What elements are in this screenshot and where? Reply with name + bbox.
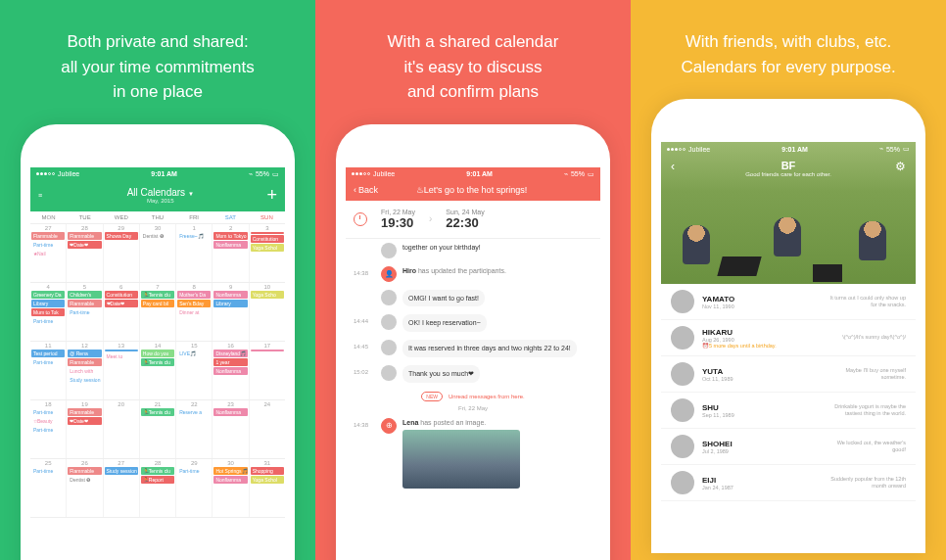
calendar-event[interactable]: Test period bbox=[31, 350, 65, 357]
calendar-event[interactable]: 🏃Report bbox=[141, 476, 174, 484]
calendar-day[interactable]: 9NonflammaLibrary bbox=[213, 283, 249, 341]
calendar-day[interactable]: 30Hot Springs🎵Nonflamma bbox=[213, 459, 249, 517]
calendar-event[interactable]: ★Nail bbox=[31, 250, 65, 257]
calendar-event[interactable]: Flammable bbox=[68, 358, 101, 366]
calendar-day[interactable]: 3ConstitutionYoga Schol bbox=[250, 224, 285, 282]
gear-icon[interactable]: ⚙ bbox=[895, 160, 906, 173]
calendar-event[interactable]: Pay card bil bbox=[141, 300, 174, 307]
calendar-event[interactable]: Mum to Tokyo bbox=[213, 232, 247, 240]
calendar-day[interactable]: 5Children'sFlammablePart-time bbox=[67, 283, 103, 341]
calendar-day[interactable]: 10Yoga Scho bbox=[250, 283, 285, 341]
calendar-day[interactable]: 18Part-time☆BeautyPart-time bbox=[30, 400, 67, 458]
calendar-event[interactable]: Greenery Da bbox=[31, 291, 65, 299]
calendar-day[interactable]: 29Part-time bbox=[176, 459, 213, 517]
calendar-grid[interactable]: 27FlammablePart-time★Nail28Flammable❤Dat… bbox=[30, 224, 285, 518]
calendar-event[interactable]: Flammable bbox=[31, 232, 65, 240]
calendar-day[interactable]: 20 bbox=[104, 400, 140, 458]
calendar-day[interactable]: 21🏃Tennis clu bbox=[140, 400, 176, 458]
calendar-day[interactable]: 29Showa Day bbox=[104, 224, 140, 282]
back-icon[interactable]: ‹ bbox=[671, 160, 675, 173]
calendar-event[interactable]: ❤Date❤ bbox=[105, 300, 138, 307]
calendar-day[interactable]: 16Disneyland🎵1 yearNonflamma bbox=[213, 342, 249, 399]
friend-item[interactable]: YAMATONov 11, 1990It turns out I could o… bbox=[661, 284, 916, 320]
calendar-event[interactable]: Lunch with bbox=[68, 367, 101, 375]
calendar-event[interactable]: Hot Springs🎵 bbox=[213, 467, 247, 475]
back-button[interactable]: ‹Back bbox=[354, 185, 378, 195]
calendar-day[interactable]: 12@ RenaFlammableLunch withStudy session bbox=[67, 342, 103, 399]
event-summary[interactable]: Fri, 22 May 19:30 › Sun, 24 May 22:30 bbox=[346, 201, 600, 239]
calendar-event[interactable]: Yoga Schol bbox=[251, 244, 284, 252]
calendar-event[interactable]: Dentist ❺ bbox=[68, 476, 101, 484]
calendar-day[interactable]: 1Freese~🎵 bbox=[176, 224, 213, 282]
calendar-event[interactable]: Part-time bbox=[68, 308, 101, 316]
calendar-event[interactable]: Dentist ❺ bbox=[141, 232, 174, 240]
calendar-day[interactable]: 28Flammable❤Date❤ bbox=[67, 224, 103, 282]
calendar-day[interactable]: 27Study session bbox=[104, 459, 140, 517]
calendar-event[interactable]: Reserve a bbox=[177, 408, 211, 416]
calendar-day[interactable]: 26FlammableDentist ❺ bbox=[67, 459, 103, 517]
calendar-event[interactable]: Nonflamma bbox=[213, 476, 247, 484]
calendar-event[interactable]: Mum to Tok bbox=[31, 308, 65, 316]
message-list[interactable]: together on your birthday! 14:38👤Hiro ha… bbox=[346, 239, 600, 493]
calendar-day[interactable]: 31ShoppingYoga Schol bbox=[250, 459, 285, 517]
calendar-event[interactable]: Children's bbox=[68, 291, 101, 299]
calendar-day[interactable]: 28🏃Tennis clu🏃Report bbox=[140, 459, 176, 517]
calendar-day[interactable]: 30Dentist ❺ bbox=[140, 224, 176, 282]
calendar-event[interactable]: Constitution bbox=[105, 291, 138, 299]
calendar-event[interactable]: Showa Day bbox=[105, 232, 138, 240]
calendar-day[interactable]: 22Reserve a bbox=[176, 400, 213, 458]
calendar-event[interactable]: ❤Date❤ bbox=[68, 417, 101, 425]
calendar-event[interactable]: Disneyland🎵 bbox=[213, 350, 247, 357]
friend-item[interactable]: HIKARUAug 26, 1990⏰5 more days until a b… bbox=[661, 320, 916, 356]
calendar-event[interactable]: 🏃Tennis clu bbox=[141, 358, 174, 366]
calendar-event[interactable]: Library bbox=[213, 300, 247, 307]
calendar-event[interactable]: Flammable bbox=[68, 232, 101, 240]
calendar-event[interactable]: Nonflamma bbox=[213, 291, 247, 299]
calendar-event[interactable]: Yoga Schol bbox=[251, 476, 284, 484]
calendar-day[interactable]: 17 bbox=[250, 342, 285, 399]
calendar-event[interactable]: Part-time bbox=[31, 408, 65, 416]
calendar-event[interactable]: 🏃Tennis clu bbox=[141, 291, 174, 299]
calendar-event[interactable]: How do you bbox=[141, 350, 174, 357]
calendar-event[interactable]: Flammable bbox=[68, 467, 101, 475]
calendar-event[interactable]: Part-time bbox=[31, 317, 65, 325]
calendar-event[interactable]: Part-time bbox=[31, 467, 65, 475]
calendar-event[interactable]: Freese~🎵 bbox=[177, 232, 211, 240]
calendar-event[interactable]: Dinner at bbox=[177, 308, 211, 316]
calendar-day[interactable]: 4Greenery DaLibraryMum to TokPart-time bbox=[30, 283, 67, 341]
calendar-event[interactable] bbox=[251, 232, 284, 234]
calendar-event[interactable]: Flammable bbox=[68, 300, 101, 307]
posted-image[interactable] bbox=[402, 430, 520, 489]
calendar-day[interactable]: 23Nonflamma bbox=[213, 400, 249, 458]
calendar-event[interactable]: Study session bbox=[105, 467, 138, 475]
calendar-day[interactable]: 11Test periodPart-time bbox=[30, 342, 67, 399]
calendar-event[interactable]: Sen's Bday bbox=[177, 300, 211, 307]
calendar-event[interactable]: Part-time bbox=[31, 358, 65, 366]
friend-item[interactable]: SHUSep 11, 1989Drinkable yogurt is maybe… bbox=[661, 393, 916, 429]
calendar-title[interactable]: All Calendars bbox=[127, 187, 185, 198]
calendar-event[interactable] bbox=[105, 350, 138, 351]
add-event-button[interactable]: + bbox=[266, 185, 277, 206]
menu-icon[interactable]: ≡ bbox=[38, 192, 54, 199]
calendar-day[interactable]: 6Constitution❤Date❤ bbox=[104, 283, 140, 341]
calendar-event[interactable]: Study session bbox=[68, 376, 101, 384]
calendar-event[interactable]: 1 year bbox=[213, 358, 247, 366]
calendar-event[interactable]: Shopping bbox=[251, 467, 284, 475]
calendar-event[interactable]: Part-time bbox=[31, 426, 65, 434]
calendar-day[interactable]: 8Mother's DaSen's BdayDinner at bbox=[176, 283, 213, 341]
friend-item[interactable]: SHOHEIJul 2, 1989We lucked out, the weat… bbox=[661, 429, 916, 465]
calendar-event[interactable] bbox=[251, 350, 284, 351]
friend-item[interactable]: YUTAOct 11, 1989Maybe I'll buy one mysel… bbox=[661, 356, 916, 393]
calendar-event[interactable]: Part-time bbox=[177, 467, 211, 475]
calendar-day[interactable]: 14How do you🏃Tennis clu bbox=[140, 342, 176, 399]
calendar-event[interactable]: LIVE🎵 bbox=[177, 350, 211, 357]
calendar-day[interactable]: 2Mum to TokyoNonflamma bbox=[213, 224, 249, 282]
calendar-event[interactable]: ❤Date❤ bbox=[68, 241, 101, 249]
calendar-event[interactable]: Yoga Scho bbox=[251, 291, 284, 299]
calendar-event[interactable]: Nonflamma bbox=[213, 367, 247, 375]
calendar-event[interactable]: 🏃Tennis clu bbox=[141, 408, 174, 416]
calendar-event[interactable]: Mother's Da bbox=[177, 291, 211, 299]
calendar-event[interactable]: Meet to bbox=[105, 352, 138, 360]
calendar-event[interactable]: Library bbox=[31, 300, 65, 307]
calendar-day[interactable]: 24 bbox=[250, 400, 285, 458]
